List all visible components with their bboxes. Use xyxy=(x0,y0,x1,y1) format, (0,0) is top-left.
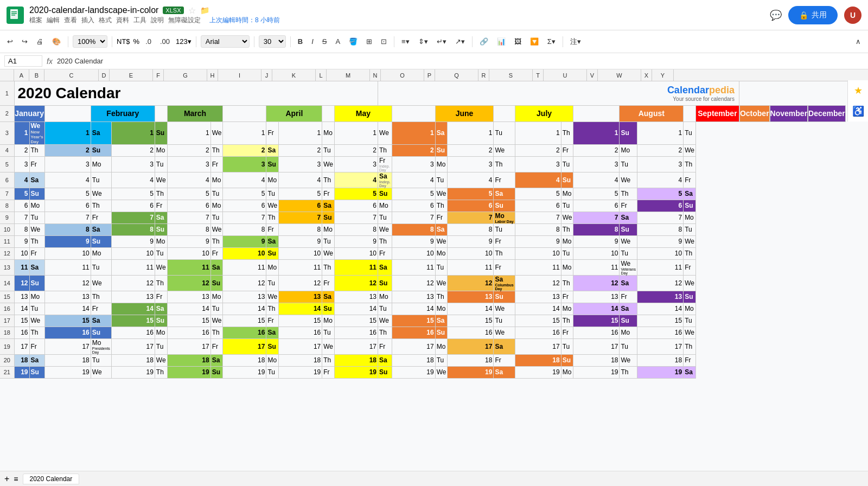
nov-d1-num[interactable]: 1 xyxy=(573,122,620,144)
col-header-x[interactable]: X xyxy=(641,69,652,81)
col-header-u[interactable]: U xyxy=(544,69,587,81)
folder-icon[interactable]: 📁 xyxy=(200,6,209,15)
jan-d1-day[interactable]: WeNew Year's Day xyxy=(29,122,44,144)
menu-file[interactable]: 檔案 xyxy=(29,16,42,25)
add-sheet-icon[interactable]: + xyxy=(4,474,9,476)
dec-d1-num[interactable]: 1 xyxy=(637,122,684,144)
col-header-b[interactable]: B xyxy=(29,69,44,81)
decimal-up-button[interactable]: .00 xyxy=(157,36,173,47)
font-size-select[interactable]: 301214 xyxy=(259,35,286,48)
col-header-q[interactable]: Q xyxy=(435,69,478,81)
dec-d1-day[interactable]: Tu xyxy=(684,122,696,144)
borders-button[interactable]: ⊞ xyxy=(363,36,375,47)
wrap-button[interactable]: ↵▾ xyxy=(434,36,449,47)
aug-d1-day[interactable]: Sa xyxy=(435,122,448,144)
col-header-l[interactable]: L xyxy=(316,69,327,81)
feb-d1-day[interactable]: Sa xyxy=(91,122,111,144)
jul-header[interactable]: July xyxy=(515,105,573,122)
menu-help[interactable]: 說明 xyxy=(151,16,164,25)
share-button[interactable]: 🔒 共用 xyxy=(788,6,838,24)
apr-d1-num[interactable]: 1 xyxy=(167,122,210,144)
rotate-button[interactable]: ↗▾ xyxy=(452,36,468,47)
menu-insert[interactable]: 插入 xyxy=(81,16,94,25)
sum-button[interactable]: Σ▾ xyxy=(545,36,558,47)
may-d1-num[interactable]: 1 xyxy=(223,122,266,144)
sep-header[interactable]: September xyxy=(695,105,739,122)
jul-d1-day[interactable]: We xyxy=(378,122,392,144)
col-header-j[interactable]: J xyxy=(261,69,272,81)
comment-icon[interactable]: 💬 xyxy=(770,9,782,21)
dec-header[interactable]: December xyxy=(808,105,846,122)
jan-header[interactable]: January xyxy=(14,105,44,122)
feb-d1-num[interactable]: 1 xyxy=(44,122,91,144)
comment-toolbar-button[interactable]: 注▾ xyxy=(567,35,584,48)
paint-format-button[interactable]: 🎨 xyxy=(49,36,63,47)
col-header-w[interactable]: W xyxy=(598,69,641,81)
col-header-g[interactable]: G xyxy=(164,69,207,81)
col-header-f[interactable]: F xyxy=(153,69,164,81)
explore-icon[interactable]: ★ xyxy=(854,85,863,97)
font-select[interactable]: Arial xyxy=(201,35,250,48)
align-button[interactable]: ≡▾ xyxy=(399,36,412,47)
strikethrough-button[interactable]: S xyxy=(320,36,330,47)
feb-header[interactable]: February xyxy=(91,105,155,122)
decimal-down-button[interactable]: .0 xyxy=(143,36,154,47)
oct-d1-day[interactable]: Th xyxy=(561,122,573,144)
col-header-c[interactable]: C xyxy=(44,69,99,81)
zoom-select[interactable]: 100%75%125% xyxy=(73,35,107,48)
title-cell[interactable]: 2020 Calendar xyxy=(14,81,378,105)
aug-d1-num[interactable]: 1 xyxy=(392,122,435,144)
col-header-i[interactable]: I xyxy=(218,69,261,81)
sheets-menu-icon[interactable]: ≡ xyxy=(14,475,18,476)
collapse-button[interactable]: ∧ xyxy=(853,36,864,47)
italic-button[interactable]: I xyxy=(309,36,316,47)
mar-header[interactable]: March xyxy=(167,105,223,122)
sep-d1-day[interactable]: Tu xyxy=(494,122,515,144)
jul-d1-num[interactable]: 1 xyxy=(335,122,378,144)
fill-color-button[interactable]: 🪣 xyxy=(346,36,360,47)
print-button[interactable]: 🖨 xyxy=(34,36,46,47)
col-header-r[interactable]: R xyxy=(478,69,489,81)
filter-button[interactable]: 🔽 xyxy=(527,36,541,47)
col-header-a[interactable]: A xyxy=(14,69,29,81)
mar-d1-day[interactable]: Su xyxy=(155,122,167,144)
mar-d1-num[interactable]: 1 xyxy=(111,122,155,144)
merge-button[interactable]: ⊡ xyxy=(378,36,390,47)
menu-accessibility[interactable]: 無障礙設定 xyxy=(168,16,201,25)
menu-view[interactable]: 查看 xyxy=(64,16,77,25)
aug-header[interactable]: August xyxy=(620,105,684,122)
col-header-k[interactable]: K xyxy=(272,69,316,81)
nov-d1-day[interactable]: Su xyxy=(620,122,637,144)
menu-data[interactable]: 資料 xyxy=(116,16,129,25)
may-d1-day[interactable]: Fr xyxy=(266,122,279,144)
col-header-h[interactable]: H xyxy=(207,69,218,81)
image-button[interactable]: 🖼 xyxy=(512,36,524,47)
sep-d1-num[interactable]: 1 xyxy=(448,122,494,144)
oct-d1-num[interactable]: 1 xyxy=(515,122,561,144)
apr-d1-day[interactable]: We xyxy=(210,122,223,144)
menu-format[interactable]: 格式 xyxy=(99,16,112,25)
col-header-o[interactable]: O xyxy=(381,69,424,81)
nov-header[interactable]: November xyxy=(770,105,807,122)
jan-d1-num[interactable]: 1 xyxy=(14,122,29,144)
text-color-button[interactable]: A xyxy=(333,36,343,47)
valign-button[interactable]: ⇕▾ xyxy=(416,36,431,47)
oct-header[interactable]: October xyxy=(739,105,769,122)
col-header-m[interactable]: M xyxy=(327,69,370,81)
col-header-e[interactable]: E xyxy=(110,69,153,81)
accessibility-icon[interactable]: ♿ xyxy=(852,105,864,117)
col-header-n[interactable]: N xyxy=(370,69,381,81)
menu-edit[interactable]: 編輯 xyxy=(47,16,60,25)
apr-header[interactable]: April xyxy=(266,105,322,122)
bold-button[interactable]: B xyxy=(295,36,305,47)
undo-button[interactable]: ↩ xyxy=(4,36,16,47)
may-header[interactable]: May xyxy=(335,105,392,122)
col-header-v[interactable]: V xyxy=(587,69,598,81)
cell-reference-input[interactable] xyxy=(4,55,42,67)
col-header-p[interactable]: P xyxy=(424,69,435,81)
jun-d1-num[interactable]: 1 xyxy=(279,122,322,144)
avatar[interactable]: U xyxy=(844,7,861,24)
col-header-s[interactable]: S xyxy=(489,69,533,81)
sheet-tab-1[interactable]: 2020 Calendar xyxy=(23,474,80,476)
link-button[interactable]: 🔗 xyxy=(477,36,491,47)
